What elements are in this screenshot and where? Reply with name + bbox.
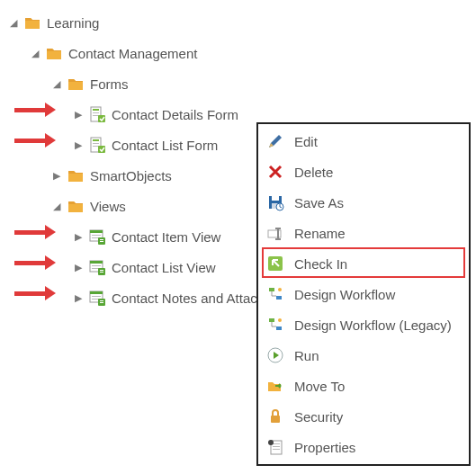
menu-item-check-in[interactable]: Check In <box>258 248 469 279</box>
tree-node-label: Contact Details Form <box>112 107 238 122</box>
menu-item-security[interactable]: Security <box>258 401 469 432</box>
context-menu: Edit Delete Save As Rename Check In Desi… <box>256 122 471 466</box>
view-icon <box>88 258 106 276</box>
view-icon <box>88 228 106 246</box>
callout-arrow <box>14 133 56 148</box>
folder-icon <box>67 166 85 184</box>
play-icon <box>265 345 285 365</box>
callout-arrow <box>14 103 56 117</box>
collapse-icon[interactable]: ◢ <box>29 47 41 59</box>
collapse-icon[interactable]: ◢ <box>50 77 63 90</box>
rename-icon <box>265 223 285 243</box>
expand-icon[interactable]: ▶ <box>50 169 63 182</box>
callout-arrow <box>14 225 56 239</box>
expand-icon[interactable]: ▶ <box>72 230 85 243</box>
menu-item-label: Edit <box>294 134 318 149</box>
menu-item-move-to[interactable]: Move To <box>258 371 469 401</box>
menu-item-label: Run <box>294 348 319 363</box>
menu-item-label: Rename <box>294 226 346 241</box>
tree-node-label: Contact Item View <box>112 229 220 245</box>
menu-item-delete[interactable]: Delete <box>258 157 469 187</box>
tree-node-label: Forms <box>90 76 129 92</box>
form-icon <box>88 105 106 123</box>
menu-item-label: Save As <box>294 195 344 210</box>
menu-item-label: Delete <box>294 165 333 180</box>
folder-icon <box>23 13 41 31</box>
menu-item-edit[interactable]: Edit <box>258 126 469 157</box>
menu-item-run[interactable]: Run <box>258 340 469 371</box>
properties-icon <box>265 437 285 457</box>
save-as-icon <box>265 192 285 212</box>
menu-item-rename[interactable]: Rename <box>258 218 469 248</box>
expand-icon[interactable]: ▶ <box>72 261 85 273</box>
expand-icon[interactable]: ▶ <box>72 108 85 121</box>
menu-item-label: Move To <box>294 379 345 394</box>
tree-node-label: Contact Management <box>68 46 197 61</box>
move-to-icon <box>265 376 285 396</box>
menu-item-label: Design Workflow (Legacy) <box>294 317 452 333</box>
workflow-icon <box>265 315 285 335</box>
menu-item-design-workflow-legacy[interactable]: Design Workflow (Legacy) <box>258 309 469 340</box>
expand-icon[interactable]: ▶ <box>72 291 85 304</box>
form-icon <box>88 136 106 154</box>
tree-node-forms[interactable]: ◢ Forms <box>4 68 476 99</box>
menu-item-label: Properties <box>294 440 355 455</box>
callout-arrow <box>14 286 56 300</box>
collapse-icon[interactable]: ◢ <box>50 200 63 212</box>
check-in-icon <box>265 254 285 273</box>
delete-icon <box>265 162 285 182</box>
view-icon <box>88 289 106 307</box>
tree-node-label: Contact List Form <box>112 138 218 153</box>
folder-icon <box>67 75 85 93</box>
collapse-icon[interactable]: ◢ <box>7 16 20 29</box>
menu-item-label: Check In <box>294 256 347 272</box>
folder-icon <box>67 197 85 215</box>
tree-node-label: Contact List View <box>112 260 216 275</box>
tree-node-label: SmartObjects <box>90 168 172 183</box>
menu-item-properties[interactable]: Properties <box>258 432 469 462</box>
workflow-icon <box>265 284 285 304</box>
callout-arrow <box>14 255 56 270</box>
tree-node-label: Learning <box>47 15 99 31</box>
folder-icon <box>45 44 63 62</box>
menu-item-label: Security <box>294 409 343 425</box>
tree-node-label: Views <box>90 199 126 214</box>
pencil-icon <box>265 131 285 151</box>
tree-node-learning[interactable]: ◢ Learning <box>4 7 476 38</box>
menu-item-label: Design Workflow <box>294 287 395 302</box>
menu-item-save-as[interactable]: Save As <box>258 187 469 218</box>
tree-node-contact-management[interactable]: ◢ Contact Management <box>4 38 476 68</box>
expand-icon[interactable]: ▶ <box>72 139 85 151</box>
lock-icon <box>265 407 285 426</box>
menu-item-design-workflow[interactable]: Design Workflow <box>258 279 469 309</box>
